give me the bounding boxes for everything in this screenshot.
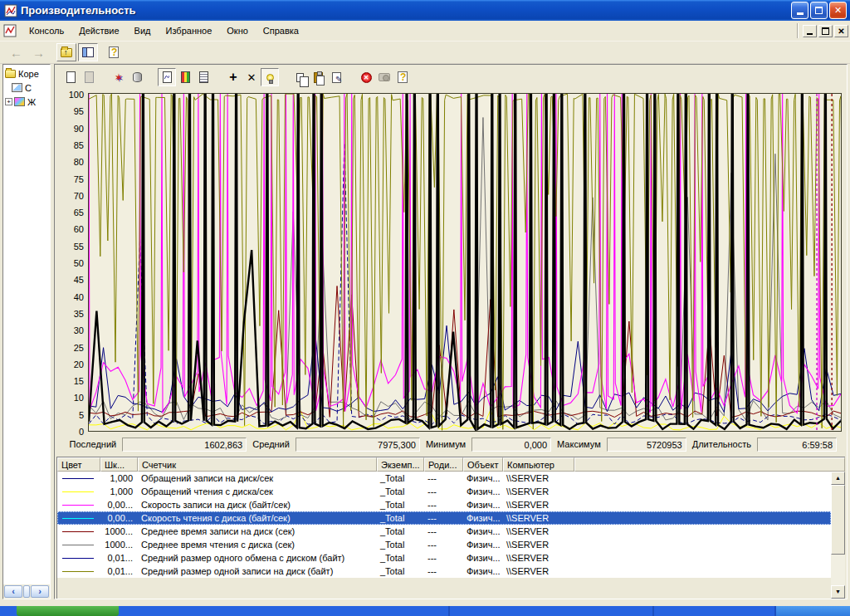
view-log-data-button[interactable] — [128, 68, 146, 86]
add-counter-button[interactable]: + — [224, 68, 242, 86]
close-button[interactable]: ✕ — [829, 2, 847, 19]
new-counter-set-button[interactable] — [61, 68, 80, 86]
copy-properties-button[interactable] — [291, 68, 309, 86]
forward-icon[interactable]: → — [32, 46, 45, 60]
legend-cell-3: _Total — [377, 526, 424, 536]
legend-column-header-3[interactable]: Экземп... — [377, 457, 424, 472]
stat-label-2: Минимум — [426, 439, 466, 449]
menu-item-1[interactable]: Действие — [71, 23, 126, 38]
legend-column-header-4[interactable]: Роди... — [424, 457, 463, 472]
legend-cell-5: Физич... — [463, 513, 503, 523]
view-current-activity-button[interactable]: ✶ — [110, 68, 128, 86]
title-bar: Производительность ✕ — [0, 0, 850, 21]
legend-row-3[interactable]: 0,00...Скорость чтения с диска (байт/сек… — [57, 511, 831, 525]
scroll-thumb[interactable] — [23, 585, 30, 598]
y-tick: 90 — [74, 124, 84, 134]
help-button[interactable]: ? — [104, 43, 124, 61]
legend-cell-6: \\SERVER — [503, 526, 574, 536]
legend-row-2[interactable]: 0,00...Скорость записи на диск (байт/сек… — [57, 498, 831, 511]
scroll-down-icon[interactable]: ▼ — [831, 585, 845, 599]
menu-item-4[interactable]: Окно — [219, 23, 256, 38]
restore-button[interactable] — [810, 2, 828, 19]
minimize-button[interactable] — [791, 2, 808, 19]
expand-icon[interactable]: + — [5, 98, 12, 105]
legend-column-header-1[interactable]: Шк... — [100, 457, 138, 472]
legend-column-header-6[interactable]: Компьютер — [503, 457, 574, 472]
legend-row-5[interactable]: 1000...Среднее время чтения с диска (сек… — [57, 538, 831, 551]
menu-item-3[interactable]: Избранное — [159, 23, 220, 38]
legend-cell-3: _Total — [377, 566, 424, 576]
tree-item-performance-logs[interactable]: + Ж — [5, 95, 50, 109]
stat-label-3: Максимум — [557, 439, 601, 449]
legend-row-0[interactable]: 1,000Обращений записи на диск/сек_Total-… — [57, 472, 831, 485]
minimize-icon — [797, 12, 804, 15]
delete-counter-button[interactable]: ✕ — [242, 68, 261, 86]
paste-counter-list-button[interactable] — [309, 68, 327, 86]
y-tick: 85 — [74, 140, 84, 150]
stat-value-1: 7975,300 — [296, 438, 420, 452]
scroll-thumb[interactable] — [831, 485, 845, 555]
legend-cell-color — [57, 531, 100, 532]
legend-cell-2: Скорость записи на диск (байт/сек) — [138, 500, 377, 510]
child-close-button[interactable]: ✕ — [834, 25, 848, 37]
update-data-button[interactable] — [375, 68, 393, 86]
legend-column-header-7[interactable] — [574, 457, 845, 472]
scroll-up-icon[interactable]: ▲ — [831, 472, 845, 485]
current-activity-icon: ✶ — [115, 72, 124, 83]
perfmon-toolbar: ✶ + ✕ ✕ ? — [55, 65, 847, 90]
scroll-right-icon[interactable]: › — [31, 585, 49, 598]
y-tick: 0 — [79, 427, 84, 437]
console-tree-toggle-button[interactable] — [78, 43, 98, 61]
child-restore-button[interactable] — [818, 25, 833, 37]
tree-item-system-monitor[interactable]: С — [5, 81, 50, 95]
legend-cell-1: 0,01... — [100, 553, 138, 563]
scroll-track[interactable] — [831, 555, 845, 585]
view-histogram-button[interactable] — [176, 68, 194, 86]
color-swatch — [62, 518, 94, 519]
console-icon — [3, 24, 17, 37]
menu-item-5[interactable]: Справка — [256, 23, 306, 38]
view-report-button[interactable] — [194, 68, 212, 86]
legend-column-header-5[interactable]: Объект — [463, 457, 503, 472]
y-tick: 50 — [74, 258, 84, 268]
perfmon-help-button[interactable]: ? — [393, 68, 412, 86]
start-button[interactable] — [17, 606, 119, 616]
legend-row-7[interactable]: 0,01...Средний размер одной записи на ди… — [57, 565, 831, 578]
scroll-left-icon[interactable]: ‹ — [4, 585, 22, 598]
menu-item-0[interactable]: Консоль — [22, 23, 71, 38]
legend-vertical-scrollbar[interactable]: ▲ ▼ — [831, 472, 845, 599]
child-close-icon: ✕ — [838, 27, 844, 36]
legend-cell-color — [57, 518, 100, 519]
properties-icon — [332, 72, 341, 83]
stat-value-3: 5720953 — [607, 438, 686, 452]
menu-item-2[interactable]: Вид — [127, 23, 159, 38]
tree-horizontal-scrollbar[interactable]: ‹ › — [3, 584, 50, 599]
properties-button[interactable] — [327, 68, 345, 86]
menu-separator — [797, 23, 798, 38]
console-tree-pane: Коре С + Ж ‹ › — [2, 64, 51, 599]
legend-cell-5: Физич... — [463, 486, 503, 496]
legend-cell-2: Среднее время записи на диск (сек) — [138, 526, 377, 536]
legend-cell-2: Средний размер одного обмена с диском (б… — [138, 553, 377, 563]
legend-cell-3: _Total — [377, 486, 424, 496]
back-icon[interactable]: ← — [10, 46, 22, 60]
color-swatch — [62, 545, 94, 545]
tree-item-label: Коре — [18, 69, 39, 79]
highlight-button[interactable] — [261, 68, 279, 86]
child-minimize-button[interactable] — [803, 25, 817, 37]
legend-row-4[interactable]: 1000...Среднее время записи на диск (сек… — [57, 525, 831, 538]
logs-icon — [14, 97, 25, 106]
freeze-display-button[interactable]: ✕ — [357, 68, 375, 86]
legend-row-1[interactable]: 1,000Обращений чтения с диска/сек_Total-… — [57, 485, 831, 498]
legend-row-6[interactable]: 0,01...Средний размер одного обмена с ди… — [57, 551, 831, 565]
legend-column-header-2[interactable]: Счетчик — [138, 457, 377, 472]
legend-column-header-0[interactable]: Цвет — [57, 457, 100, 472]
stop-icon: ✕ — [361, 72, 372, 83]
stat-label-4: Длительность — [692, 439, 751, 449]
legend-cell-5: Физич... — [463, 500, 503, 510]
view-graph-button[interactable] — [158, 68, 176, 86]
up-folder-button[interactable]: ↑ — [56, 43, 76, 61]
tree-item-console-root[interactable]: Коре — [5, 66, 50, 81]
legend-cell-2: Скорость чтения с диска (байт/сек) — [138, 513, 377, 523]
clear-display-button[interactable] — [80, 68, 98, 86]
